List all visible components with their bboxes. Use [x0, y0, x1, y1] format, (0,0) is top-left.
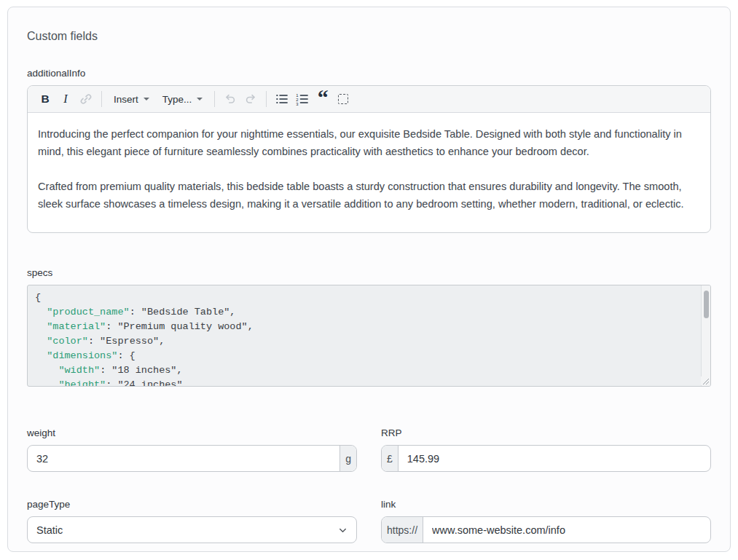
link-input[interactable] — [423, 517, 710, 543]
blockquote-button[interactable]: “ — [313, 89, 333, 109]
additional-info-label: additionalInfo — [27, 68, 711, 79]
editor-content[interactable]: Introducing the perfect companion for yo… — [28, 113, 710, 232]
page-type-field-group: pageType Static — [27, 499, 357, 543]
code-line: "material": "Premium quality wood", — [35, 320, 693, 334]
visual-blocks-button[interactable] — [333, 89, 353, 109]
redo-icon — [243, 92, 258, 106]
bullet-list-button[interactable] — [272, 89, 292, 109]
rich-text-editor: B I Insert Type... — [27, 85, 711, 233]
page-title: Custom fields — [27, 28, 711, 45]
undo-icon — [223, 92, 238, 106]
code-line: "color": "Espresso", — [35, 334, 693, 349]
protocol-prefix: https:// — [382, 517, 423, 543]
editor-toolbar: B I Insert Type... — [28, 86, 710, 113]
numbered-list-button[interactable]: 1 2 3 — [292, 89, 313, 109]
link-label: link — [381, 499, 711, 510]
custom-fields-card: Custom fields additionalInfo B I Insert — [7, 7, 731, 552]
blockquote-icon: “ — [318, 94, 329, 104]
page-type-select[interactable]: Static — [27, 516, 357, 543]
weight-unit-suffix: g — [339, 446, 356, 471]
specs-textarea[interactable]: { "product_name": "Bedside Table", "mate… — [27, 285, 711, 387]
currency-prefix: £ — [382, 446, 399, 471]
type-dropdown[interactable]: Type... — [156, 89, 210, 109]
editor-paragraph: Crafted from premium quality materials, … — [38, 178, 700, 213]
resize-handle-icon[interactable] — [701, 376, 710, 385]
code-line: "height": "24 inches" — [35, 378, 693, 387]
toolbar-divider — [214, 91, 215, 107]
italic-button[interactable]: I — [55, 89, 76, 109]
type-dropdown-label: Type... — [162, 94, 192, 105]
svg-text:3: 3 — [297, 102, 299, 106]
code-line: "dimensions": { — [35, 349, 693, 363]
code-line: "width": "18 inches", — [35, 363, 693, 378]
weight-label: weight — [27, 427, 357, 438]
visual-blocks-icon — [338, 94, 348, 104]
bullet-list-icon — [275, 92, 289, 106]
redo-button[interactable] — [240, 89, 261, 109]
bold-button[interactable]: B — [35, 89, 55, 109]
chevron-down-icon — [144, 98, 149, 100]
scrollbar[interactable] — [701, 285, 710, 386]
link-field-group: link https:// — [381, 499, 711, 543]
link-button[interactable] — [76, 89, 96, 109]
weight-field-group: weight g — [27, 427, 357, 472]
fields-grid: weight g RRP £ pageType Static — [27, 427, 711, 543]
link-icon — [79, 92, 93, 106]
toolbar-divider — [101, 91, 102, 107]
toolbar-divider — [266, 91, 267, 107]
page-type-label: pageType — [27, 499, 357, 510]
code-line: { — [35, 291, 693, 305]
chevron-down-icon — [197, 98, 203, 100]
editor-paragraph: Introducing the perfect companion for yo… — [38, 125, 700, 160]
code-line: "product_name": "Bedside Table", — [35, 305, 693, 320]
undo-button[interactable] — [220, 89, 240, 109]
insert-dropdown[interactable]: Insert — [107, 89, 156, 109]
weight-input[interactable] — [28, 446, 339, 471]
specs-code-lines: { "product_name": "Bedside Table", "mate… — [28, 285, 710, 387]
rrp-label: RRP — [381, 427, 711, 438]
insert-dropdown-label: Insert — [114, 94, 138, 105]
specs-label: specs — [27, 267, 711, 278]
numbered-list-icon: 1 2 3 — [295, 92, 310, 106]
rrp-field-group: RRP £ — [381, 427, 711, 472]
rrp-input[interactable] — [399, 446, 710, 471]
scrollbar-thumb[interactable] — [704, 291, 709, 318]
